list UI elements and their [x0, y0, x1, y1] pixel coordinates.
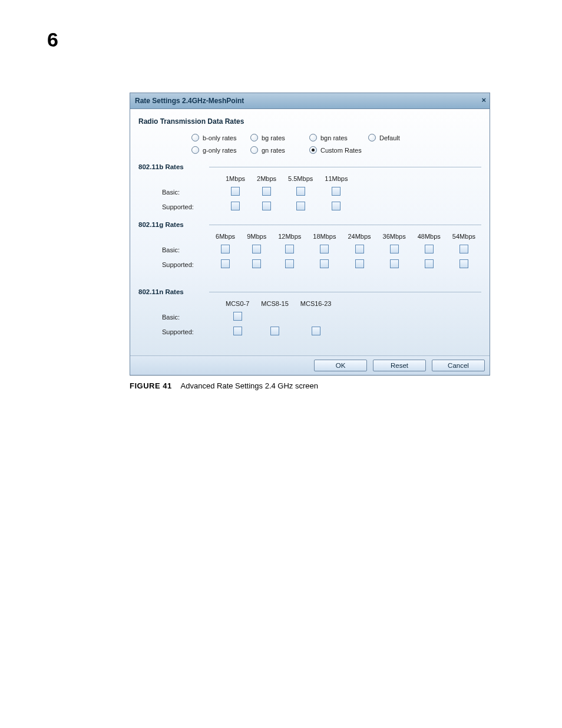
checkbox[interactable]	[332, 202, 340, 210]
col-header: 11Mbps	[319, 173, 353, 185]
checkbox[interactable]	[231, 187, 240, 196]
checkbox[interactable]	[296, 202, 305, 210]
row-label-supported: Supported:	[156, 324, 220, 339]
rates-table-n: MCS0-7 MCS8-15 MCS16-23 Basic: Supported…	[156, 298, 337, 339]
checkbox[interactable]	[425, 245, 434, 253]
col-header: 2Mbps	[251, 173, 282, 185]
close-icon[interactable]: ×	[481, 95, 486, 104]
radio-bgn[interactable]	[309, 134, 317, 141]
radio-g-only[interactable]	[191, 146, 199, 154]
col-header: 18Mbps	[307, 230, 342, 242]
checkbox[interactable]	[285, 259, 294, 268]
col-header: 24Mbps	[342, 230, 376, 242]
checkbox[interactable]	[320, 245, 329, 253]
row-label-supported: Supported:	[156, 257, 210, 272]
row-label-basic: Basic:	[156, 309, 220, 324]
checkbox[interactable]	[233, 327, 242, 335]
radio-custom[interactable]	[309, 146, 317, 154]
radio-label: Default	[379, 134, 400, 141]
checkbox[interactable]	[332, 187, 340, 196]
col-header: 6Mbps	[210, 230, 241, 242]
radio-b-only[interactable]	[191, 134, 199, 141]
legend-802-11n: 802.11n Rates	[138, 288, 209, 295]
dialog-footer: OK Reset Cancel	[130, 355, 490, 375]
radio-label: g-only rates	[203, 147, 236, 154]
checkbox[interactable]	[252, 245, 261, 253]
dialog-title-text: Rate Settings 2.4GHz-MeshPoint	[135, 97, 244, 105]
checkbox[interactable]	[459, 259, 468, 268]
row-label-basic: Basic:	[156, 185, 220, 199]
col-header: 9Mbps	[241, 230, 272, 242]
figure-label: FIGURE 41	[130, 381, 172, 390]
checkbox[interactable]	[425, 259, 434, 268]
reset-button[interactable]: Reset	[373, 360, 426, 371]
checkbox[interactable]	[355, 259, 364, 268]
rate-settings-dialog: Rate Settings 2.4GHz-MeshPoint × Radio T…	[130, 93, 490, 375]
checkbox[interactable]	[233, 312, 242, 321]
row-label-supported: Supported:	[156, 199, 220, 214]
radio-bg[interactable]	[250, 134, 258, 141]
checkbox[interactable]	[270, 327, 279, 335]
checkbox[interactable]	[296, 187, 305, 196]
legend-802-11b: 802.11b Rates	[138, 163, 209, 170]
radio-label: Custom Rates	[320, 147, 362, 154]
page-number: 6	[47, 28, 527, 51]
figure-caption: FIGURE 41 Advanced Rate Settings 2.4 GHz…	[130, 381, 527, 390]
table-row: Basic:	[156, 242, 481, 257]
table-row: Supported:	[156, 257, 481, 272]
radio-gn[interactable]	[250, 146, 258, 154]
divider	[209, 292, 481, 292]
divider	[209, 225, 481, 225]
rates-table-g: 6Mbps 9Mbps 12Mbps 18Mbps 24Mbps 36Mbps …	[156, 230, 481, 272]
col-header: 54Mbps	[447, 230, 481, 242]
col-header: 1Mbps	[220, 173, 251, 185]
divider	[209, 167, 481, 167]
table-row: Basic:	[156, 185, 353, 199]
checkbox[interactable]	[312, 327, 320, 335]
checkbox[interactable]	[252, 259, 261, 268]
rates-table-b: 1Mbps 2Mbps 5.5Mbps 11Mbps Basic: Suppor…	[156, 173, 353, 214]
radio-transmission-heading: Radio Transmission Data Rates	[138, 117, 481, 126]
col-header: MCS16-23	[295, 298, 338, 309]
table-row: Basic:	[156, 309, 337, 324]
col-header: MCS8-15	[255, 298, 294, 309]
ok-button[interactable]: OK	[314, 360, 367, 371]
checkbox[interactable]	[390, 259, 399, 268]
checkbox[interactable]	[221, 245, 230, 253]
checkbox[interactable]	[262, 187, 271, 196]
checkbox[interactable]	[320, 259, 329, 268]
radio-label: bg rates	[262, 134, 285, 141]
dialog-titlebar: Rate Settings 2.4GHz-MeshPoint ×	[130, 93, 490, 109]
checkbox[interactable]	[231, 202, 240, 210]
col-header: 36Mbps	[377, 230, 412, 242]
checkbox[interactable]	[390, 245, 399, 253]
col-header: 48Mbps	[412, 230, 447, 242]
legend-802-11g: 802.11g Rates	[138, 221, 209, 228]
table-row: Supported:	[156, 324, 337, 339]
checkbox[interactable]	[285, 245, 294, 253]
figure-text: Advanced Rate Settings 2.4 GHz screen	[181, 381, 318, 390]
col-header: 5.5Mbps	[282, 173, 319, 185]
checkbox[interactable]	[355, 245, 364, 253]
radio-label: b-only rates	[203, 134, 236, 141]
checkbox[interactable]	[262, 202, 271, 210]
radio-label: gn rates	[262, 147, 285, 154]
checkbox[interactable]	[459, 245, 468, 253]
radio-label: bgn rates	[320, 134, 348, 141]
checkbox[interactable]	[221, 259, 230, 268]
col-header: MCS0-7	[220, 298, 255, 309]
col-header: 12Mbps	[272, 230, 307, 242]
row-label-basic: Basic:	[156, 242, 210, 257]
rate-preset-radios: b-only rates bg rates bgn rates Default …	[191, 131, 481, 156]
cancel-button[interactable]: Cancel	[432, 360, 485, 371]
table-row: Supported:	[156, 199, 353, 214]
radio-default[interactable]	[368, 134, 376, 141]
